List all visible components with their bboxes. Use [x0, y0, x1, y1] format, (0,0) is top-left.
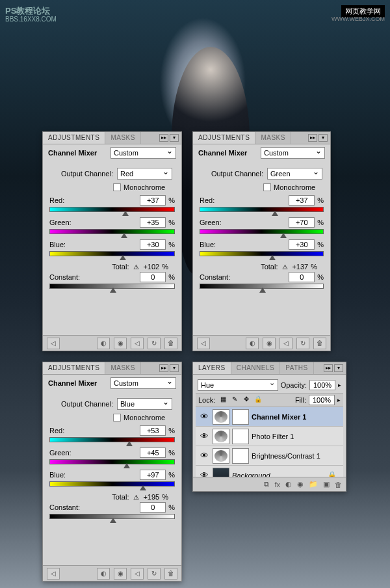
- tab-masks[interactable]: MASKS: [105, 362, 141, 374]
- green-slider-label: Green:: [49, 219, 88, 226]
- menu-icon[interactable]: ▾: [170, 364, 179, 372]
- opacity-slider-icon[interactable]: ▸: [338, 382, 341, 388]
- tab-channels[interactable]: CHANNELS: [231, 362, 280, 374]
- visibility-icon[interactable]: 👁: [198, 451, 210, 461]
- preset-select[interactable]: Custom: [261, 147, 325, 159]
- monochrome-checkbox[interactable]: [113, 414, 121, 421]
- layer-name: Channel Mixer 1: [252, 413, 306, 421]
- clip-icon[interactable]: ◐: [97, 568, 110, 580]
- collapse-icon[interactable]: ▸▸: [159, 364, 168, 372]
- warning-icon: ⚠: [131, 263, 140, 271]
- tab-paths[interactable]: PATHS: [280, 362, 313, 374]
- preset-select[interactable]: Custom: [110, 147, 176, 159]
- blue-value[interactable]: +30: [289, 239, 315, 250]
- layer-item[interactable]: 👁 Brightness/Contrast 1: [196, 446, 343, 466]
- collapse-icon[interactable]: ▸▸: [324, 364, 333, 372]
- red-value[interactable]: +37: [289, 195, 315, 206]
- adjustments-panel-green: ADJUSTMENTS MASKS ▸▸▾ Channel MixerCusto…: [192, 131, 331, 351]
- prev-icon[interactable]: ◁: [131, 338, 144, 349]
- opacity-input[interactable]: 100%: [309, 380, 335, 390]
- tab-adjustments[interactable]: ADJUSTMENTS: [43, 132, 105, 144]
- trash-icon[interactable]: 🗑: [164, 568, 177, 580]
- reset-icon[interactable]: ↻: [296, 338, 309, 349]
- mask-thumbnail[interactable]: [232, 448, 249, 464]
- group-icon[interactable]: 📁: [309, 480, 318, 488]
- green-value[interactable]: +35: [140, 217, 166, 228]
- tab-adjustments[interactable]: ADJUSTMENTS: [193, 132, 255, 144]
- red-value[interactable]: +37: [140, 195, 166, 206]
- reset-icon[interactable]: ↻: [148, 568, 161, 580]
- layer-item[interactable]: 👁 Channel Mixer 1: [196, 407, 343, 427]
- fx-icon[interactable]: fx: [274, 481, 280, 488]
- tab-masks[interactable]: MASKS: [255, 132, 291, 144]
- trash-icon[interactable]: 🗑: [164, 338, 177, 349]
- tab-adjustments[interactable]: ADJUSTMENTS: [43, 362, 105, 374]
- layer-thumbnail[interactable]: [213, 429, 229, 444]
- constant-slider[interactable]: [200, 284, 324, 291]
- back-icon[interactable]: ◁: [47, 338, 60, 349]
- trash-icon[interactable]: 🗑: [313, 338, 326, 349]
- monochrome-checkbox[interactable]: [263, 183, 271, 191]
- lock-transparency-icon[interactable]: ▦: [218, 395, 228, 405]
- red-slider[interactable]: [200, 207, 324, 215]
- lock-all-icon[interactable]: 🔒: [253, 395, 263, 405]
- layer-thumbnail[interactable]: [213, 448, 229, 464]
- new-layer-icon[interactable]: ▣: [323, 480, 330, 488]
- trash-icon[interactable]: 🗑: [335, 481, 342, 488]
- clip-icon[interactable]: ◐: [246, 338, 259, 349]
- visibility-icon[interactable]: 👁: [198, 431, 210, 441]
- preset-select[interactable]: Custom: [110, 377, 176, 389]
- mask-icon[interactable]: ◐: [285, 480, 292, 488]
- visibility-icon[interactable]: 👁: [198, 412, 210, 421]
- blue-value[interactable]: +30: [140, 239, 166, 250]
- green-slider[interactable]: [200, 229, 324, 237]
- collapse-icon[interactable]: ▸▸: [308, 134, 317, 142]
- mask-thumbnail[interactable]: [232, 429, 249, 444]
- constant-value[interactable]: 0: [140, 502, 166, 513]
- fill-input[interactable]: 100%: [309, 395, 335, 405]
- output-channel-select[interactable]: Green: [267, 168, 322, 180]
- menu-icon[interactable]: ▾: [318, 134, 328, 142]
- clip-icon[interactable]: ◐: [97, 338, 110, 349]
- green-value[interactable]: +45: [140, 448, 166, 458]
- menu-icon[interactable]: ▾: [334, 364, 343, 372]
- blue-value[interactable]: +97: [140, 470, 166, 480]
- fill-slider-icon[interactable]: ▸: [337, 397, 341, 403]
- prev-icon[interactable]: ◁: [280, 338, 292, 349]
- back-icon[interactable]: ◁: [197, 338, 210, 349]
- mask-thumbnail[interactable]: [232, 409, 249, 425]
- monochrome-checkbox[interactable]: [113, 183, 121, 191]
- constant-value[interactable]: 0: [140, 272, 166, 282]
- output-channel-select[interactable]: Red: [117, 168, 172, 180]
- layer-item[interactable]: 👁 Photo Filter 1: [196, 427, 343, 446]
- red-slider[interactable]: [49, 437, 175, 445]
- back-icon[interactable]: ◁: [47, 568, 60, 580]
- view-icon[interactable]: ◉: [114, 338, 127, 349]
- adjustment-icon[interactable]: ◉: [297, 480, 304, 488]
- lock-position-icon[interactable]: ✥: [241, 395, 252, 405]
- blue-slider[interactable]: [49, 481, 175, 489]
- constant-slider[interactable]: [49, 284, 175, 291]
- green-slider[interactable]: [49, 459, 175, 467]
- layer-thumbnail[interactable]: [213, 409, 229, 425]
- output-channel-select[interactable]: Blue: [117, 398, 172, 410]
- tab-layers[interactable]: LAYERS: [193, 362, 231, 374]
- link-icon[interactable]: ⧉: [264, 480, 269, 488]
- constant-value[interactable]: 0: [289, 272, 315, 282]
- red-slider[interactable]: [49, 207, 175, 215]
- reset-icon[interactable]: ↻: [148, 338, 161, 349]
- red-value[interactable]: +53: [140, 425, 166, 436]
- blue-slider[interactable]: [49, 251, 175, 259]
- green-value[interactable]: +70: [289, 217, 315, 228]
- view-icon[interactable]: ◉: [114, 568, 127, 580]
- lock-paint-icon[interactable]: ✎: [229, 395, 240, 405]
- collapse-icon[interactable]: ▸▸: [159, 134, 168, 142]
- blend-mode-select[interactable]: Hue: [198, 379, 278, 391]
- constant-slider[interactable]: [49, 514, 175, 522]
- prev-icon[interactable]: ◁: [131, 568, 144, 580]
- menu-icon[interactable]: ▾: [170, 134, 179, 142]
- tab-masks[interactable]: MASKS: [105, 132, 141, 144]
- view-icon[interactable]: ◉: [263, 338, 276, 349]
- blue-slider[interactable]: [200, 251, 324, 259]
- green-slider[interactable]: [49, 229, 175, 237]
